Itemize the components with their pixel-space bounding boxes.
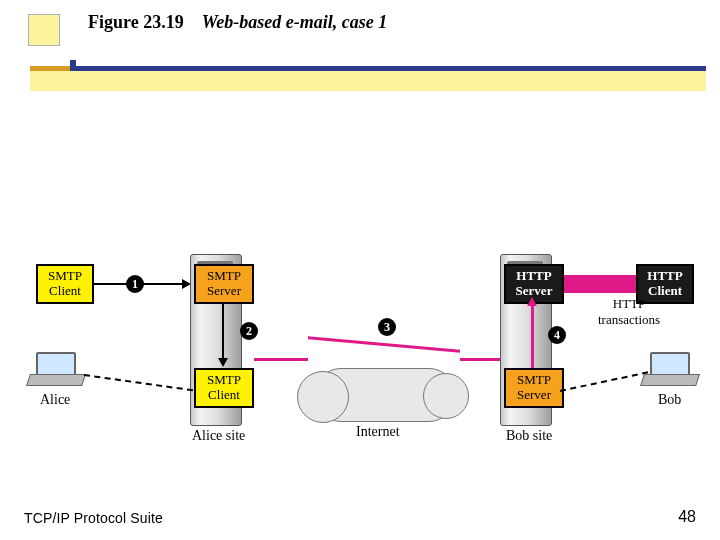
smtp-client-alice-site-label: SMTP Client [196,373,252,403]
smtp-client-alice-site: SMTP Client [194,368,254,408]
arrow-2-head [218,358,228,367]
bob-laptop-icon [644,352,698,386]
slide: Figure 23.19 Web-based e-mail, case 1 SM… [0,0,720,540]
smtp-client-alice-label: SMTP Client [38,269,92,299]
arrow-3c [460,358,500,361]
alice-site-label: Alice site [192,428,245,444]
bob-site-label: Bob site [506,428,552,444]
figure-caption: Web-based e-mail, case 1 [202,12,388,32]
http-transactions-label: HTTP transactions [598,296,660,328]
figure-number: Figure 23.19 [88,12,184,32]
smtp-server-alice-site-label: SMTP Server [196,269,252,299]
arrow-4-line [531,304,534,368]
alice-label: Alice [40,392,70,408]
arrow-3a [254,358,308,361]
footer-source: TCP/IP Protocol Suite [24,510,163,526]
smtp-server-bob-site-label: SMTP Server [506,373,562,403]
arrow-4-head-up [527,297,537,306]
http-client-bob-label: HTTP Client [638,269,692,299]
arrow-3b [308,336,460,352]
internet-label: Internet [356,424,400,440]
page-number: 48 [678,508,696,526]
alice-laptop-icon [30,352,84,386]
smtp-client-alice: SMTP Client [36,264,94,304]
http-link-bar [564,275,636,293]
slide-bullet-icon [28,14,60,46]
bob-lan-dashed [560,371,648,392]
http-server-label: HTTP Server [506,269,562,299]
step-3-badge: 3 [378,318,396,336]
step-4-badge: 4 [548,326,566,344]
step-2-badge: 2 [240,322,258,340]
smtp-server-alice-site: SMTP Server [194,264,254,304]
step-1-badge: 1 [126,275,144,293]
smtp-server-bob-site: SMTP Server [504,368,564,408]
arrow-2-line [222,304,224,358]
alice-lan-dashed [84,374,193,391]
bob-label: Bob [658,392,681,408]
internet-cloud-icon [314,368,456,422]
figure-title: Figure 23.19 Web-based e-mail, case 1 [88,12,387,33]
title-rule-yellow [30,71,706,91]
